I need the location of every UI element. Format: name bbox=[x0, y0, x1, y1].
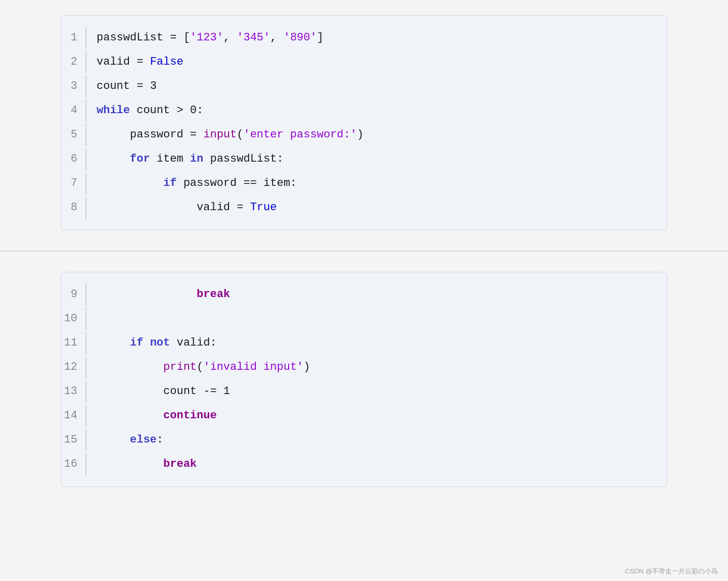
code-line: 1passwdList = ['123', '345', '890'] bbox=[61, 26, 667, 50]
code-content: password = input('enter password:') bbox=[97, 124, 363, 146]
code-line: 11 if not valid: bbox=[61, 331, 667, 355]
code-content: print('invalid input') bbox=[97, 356, 310, 378]
line-number: 5 bbox=[61, 124, 86, 146]
code-line: 5 password = input('enter password:') bbox=[61, 123, 667, 147]
line-number: 15 bbox=[61, 429, 86, 451]
line-number: 3 bbox=[61, 75, 86, 98]
code-content: continue bbox=[97, 405, 217, 427]
code-content: valid = True bbox=[97, 197, 277, 219]
code-content: if not valid: bbox=[97, 332, 217, 354]
code-line: 10 bbox=[61, 307, 667, 331]
code-line: 6 for item in passwdList: bbox=[61, 147, 667, 171]
line-number: 7 bbox=[61, 172, 86, 195]
line-number: 12 bbox=[61, 356, 86, 378]
code-content: passwdList = ['123', '345', '890'] bbox=[97, 27, 324, 49]
code-line: 15 else: bbox=[61, 428, 667, 452]
line-number: 11 bbox=[61, 332, 86, 354]
line-number: 10 bbox=[61, 308, 86, 330]
code-line: 14 continue bbox=[61, 404, 667, 428]
code-content: for item in passwdList: bbox=[97, 148, 284, 170]
code-line: 12 print('invalid input') bbox=[61, 355, 667, 379]
code-line: 13 count -= 1 bbox=[61, 379, 667, 404]
code-line: 8 valid = True bbox=[61, 196, 667, 220]
code-line: 7 if password == item: bbox=[61, 171, 667, 196]
line-number: 16 bbox=[61, 453, 86, 475]
line-number: 9 bbox=[61, 283, 86, 306]
code-content: while count > 0: bbox=[97, 100, 203, 122]
code-content: count -= 1 bbox=[97, 380, 230, 403]
code-content: if password == item: bbox=[97, 172, 297, 195]
code-content: else: bbox=[97, 429, 163, 451]
code-content: break bbox=[97, 283, 230, 306]
line-number: 14 bbox=[61, 405, 86, 427]
code-block-1: 1passwdList = ['123', '345', '890']2vali… bbox=[61, 15, 667, 230]
divider bbox=[0, 251, 728, 252]
code-content: count = 3 bbox=[97, 75, 157, 98]
line-number: 1 bbox=[61, 27, 86, 49]
line-number: 4 bbox=[61, 100, 86, 122]
code-line: 16 break bbox=[61, 452, 667, 476]
code-line: 9 break bbox=[61, 282, 667, 307]
code-content: valid = False bbox=[97, 51, 184, 73]
code-line: 2valid = False bbox=[61, 50, 667, 74]
line-number: 2 bbox=[61, 51, 86, 73]
code-line: 3count = 3 bbox=[61, 74, 667, 99]
line-number: 6 bbox=[61, 148, 86, 170]
line-number: 13 bbox=[61, 380, 86, 403]
code-content: break bbox=[97, 453, 197, 475]
footer-text: CSDN @不带走一片云彩の小鸟 bbox=[625, 567, 718, 576]
line-number: 8 bbox=[61, 197, 86, 219]
code-line: 4while count > 0: bbox=[61, 99, 667, 123]
code-block-2: 9 break1011 if not valid:12 print('inval… bbox=[61, 272, 667, 487]
